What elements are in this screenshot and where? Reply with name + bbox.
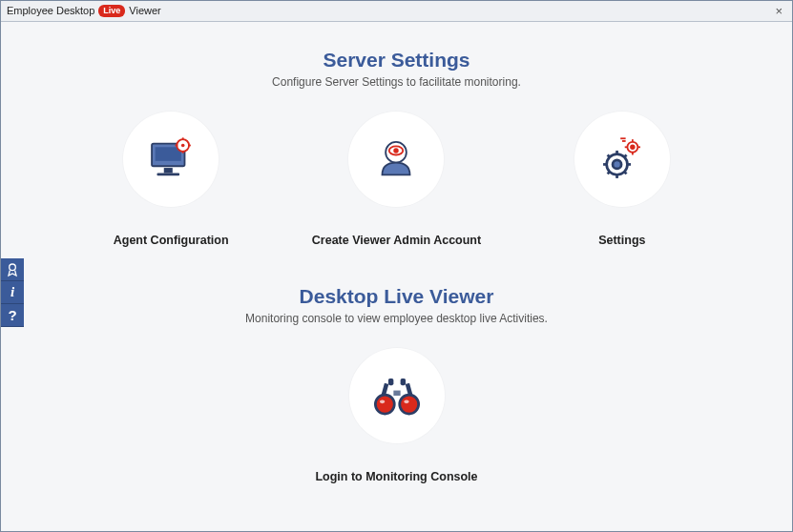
content-area: Server Settings Configure Server Setting…	[1, 22, 792, 531]
svg-rect-4	[157, 174, 180, 176]
svg-point-13	[394, 148, 399, 153]
settings-tile[interactable]: Settings	[536, 112, 708, 247]
agent-configuration-icon-bg	[123, 112, 219, 207]
titlebar-title: Employee Desktop Live Viewer	[7, 5, 161, 17]
svg-rect-33	[400, 379, 405, 385]
viewer-tiles: Login to Monitoring Console	[58, 348, 735, 483]
svg-point-38	[404, 400, 408, 404]
svg-point-37	[379, 400, 384, 404]
agent-configuration-tile[interactable]: Agent Configuration	[85, 112, 257, 247]
svg-line-31	[624, 154, 627, 157]
svg-point-6	[181, 144, 185, 148]
title-prefix: Employee Desktop	[7, 5, 94, 16]
svg-point-23	[613, 160, 621, 169]
close-button[interactable]: ×	[771, 4, 786, 18]
create-admin-label: Create Viewer Admin Account	[312, 234, 481, 247]
svg-rect-3	[164, 168, 173, 173]
login-console-tile[interactable]: Login to Monitoring Console	[311, 348, 483, 483]
svg-line-30	[607, 172, 610, 174]
svg-rect-32	[387, 379, 392, 385]
svg-point-35	[375, 395, 394, 414]
login-console-icon-bg	[349, 348, 445, 443]
monitor-gear-icon	[143, 132, 198, 187]
svg-line-28	[607, 154, 610, 157]
titlebar: Employee Desktop Live Viewer ×	[1, 1, 792, 22]
server-settings-title: Server Settings	[58, 49, 735, 72]
title-suffix: Viewer	[129, 5, 160, 16]
agent-configuration-label: Agent Configuration	[114, 234, 229, 247]
server-settings-tiles: Agent Configuration Create Viewer Admin …	[58, 112, 735, 247]
live-badge: Live	[98, 5, 125, 17]
settings-icon-bg	[574, 112, 670, 207]
svg-point-15	[631, 146, 635, 150]
create-admin-tile[interactable]: Create Viewer Admin Account	[310, 112, 482, 247]
desktop-live-viewer-section: Desktop Live Viewer Monitoring console t…	[58, 285, 735, 483]
gears-icon	[595, 132, 650, 187]
server-settings-subtitle: Configure Server Settings to facilitate …	[58, 75, 735, 89]
viewer-title: Desktop Live Viewer	[58, 285, 735, 308]
admin-eye-icon	[368, 132, 424, 187]
viewer-subtitle: Monitoring console to view employee desk…	[58, 312, 735, 325]
svg-point-36	[399, 395, 418, 414]
svg-rect-34	[393, 391, 400, 396]
login-console-label: Login to Monitoring Console	[315, 470, 477, 483]
svg-line-29	[624, 172, 627, 174]
binoculars-icon	[369, 368, 425, 423]
settings-label: Settings	[598, 234, 645, 247]
create-admin-icon-bg	[348, 112, 444, 207]
